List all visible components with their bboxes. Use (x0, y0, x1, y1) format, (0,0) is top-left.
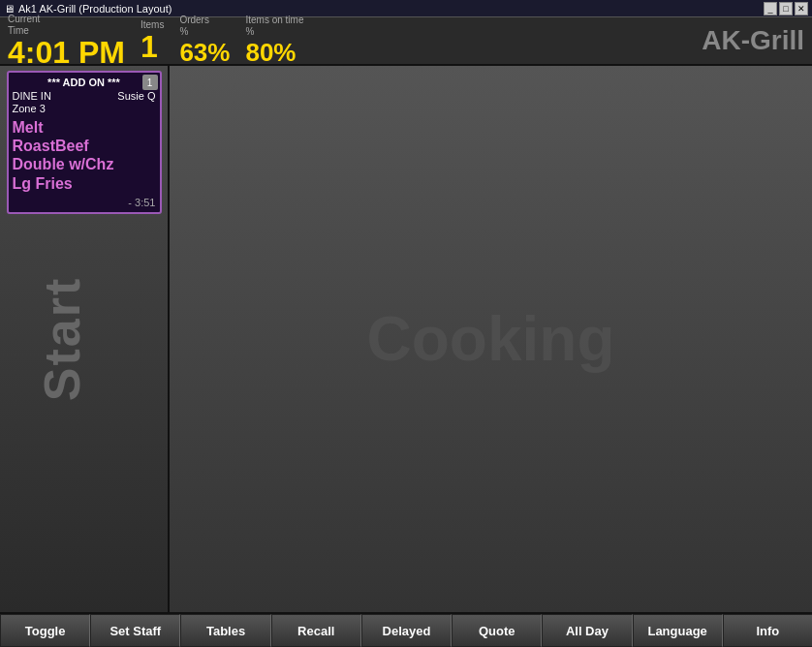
brand-name: AK-Grill (702, 25, 804, 56)
orders-label: Orders% (179, 15, 230, 38)
toolbar-btn-quote[interactable]: Quote (452, 614, 542, 647)
items-on-time-value: 80% (245, 38, 303, 68)
orders-value: 63% (179, 38, 230, 68)
start-label: Start (33, 277, 91, 401)
current-time-block: CurrentTime 4:01 PM (8, 14, 125, 68)
items-value: 1 (141, 31, 164, 62)
toolbar-btn-language[interactable]: Language (633, 614, 723, 647)
toolbar-btn-delayed[interactable]: Delayed (361, 614, 452, 647)
current-time-label: CurrentTime (8, 14, 125, 37)
card-item-0: Melt (13, 118, 156, 137)
toolbar-btn-recall[interactable]: Recall (271, 614, 361, 647)
card-item-2: Double w/Chz (13, 155, 156, 173)
toolbar-btn-info[interactable]: Info (723, 614, 812, 647)
close-button[interactable]: ✕ (795, 2, 808, 15)
main-area: 1 *** ADD ON *** DINE IN Susie Q Zone 3 … (0, 66, 812, 612)
window-title: Ak1 AK-Grill (Production Layout) (18, 3, 172, 15)
items-on-time-label: Items on time% (245, 15, 303, 38)
title-bar-controls: _ □ ✕ (764, 2, 808, 15)
toolbar-btn-all-day[interactable]: All Day (542, 614, 632, 647)
header-stats: CurrentTime 4:01 PM Items 1 Orders% 63% … (0, 17, 812, 66)
card-items: Melt RoastBeef Double w/Chz Lg Fries (13, 118, 156, 193)
orders-block: Orders% 63% (179, 15, 230, 68)
toolbar: ToggleSet StaffTablesRecallDelayedQuoteA… (0, 612, 812, 647)
items-block: Items 1 (141, 19, 164, 62)
minimize-button[interactable]: _ (764, 2, 777, 15)
toolbar-btn-set-staff[interactable]: Set Staff (90, 614, 180, 647)
customer-name: Susie Q (117, 90, 155, 102)
card-badge: 1 (142, 75, 158, 90)
cooking-label: Cooking (367, 303, 615, 375)
maximize-button[interactable]: □ (779, 2, 793, 15)
card-item-3: Lg Fries (13, 174, 156, 193)
order-type: DINE IN (13, 90, 51, 102)
card-timer: - 3:51 (13, 197, 156, 208)
current-time-value: 4:01 PM (8, 37, 125, 68)
items-on-time-block: Items on time% 80% (245, 15, 303, 68)
order-card[interactable]: 1 *** ADD ON *** DINE IN Susie Q Zone 3 … (7, 71, 162, 214)
left-panel: 1 *** ADD ON *** DINE IN Susie Q Zone 3 … (0, 66, 170, 612)
toolbar-btn-toggle[interactable]: Toggle (0, 614, 90, 647)
card-info-row: DINE IN Susie Q (13, 90, 156, 102)
window-icon: 🖥 (4, 3, 15, 15)
cooking-area: Cooking (170, 66, 812, 612)
card-zone: Zone 3 (13, 103, 156, 114)
toolbar-btn-tables[interactable]: Tables (180, 614, 270, 647)
card-header: *** ADD ON *** (13, 77, 156, 88)
card-item-1: RoastBeef (13, 137, 156, 155)
title-bar-left: 🖥 Ak1 AK-Grill (Production Layout) (4, 3, 172, 15)
